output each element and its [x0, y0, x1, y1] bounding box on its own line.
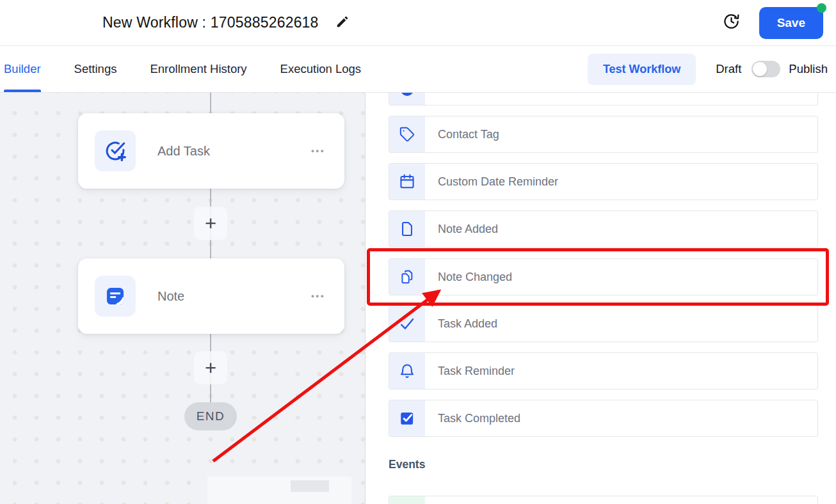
trigger-item-custom-date-reminder[interactable]: Custom Date Reminder: [389, 163, 818, 200]
node-add-task[interactable]: Add Task ●●●: [78, 113, 344, 189]
task-add-icon: [95, 130, 136, 171]
events-section-header: Events: [389, 458, 425, 471]
node-menu-button[interactable]: ●●●: [309, 290, 328, 302]
unsaved-changes-dot: [817, 3, 826, 13]
edit-title-button[interactable]: [335, 15, 350, 31]
publish-toggle[interactable]: [752, 61, 780, 77]
check-icon: [389, 306, 425, 342]
end-node: END: [184, 402, 237, 430]
save-button-label: Save: [777, 16, 805, 29]
trigger-item-note-changed[interactable]: Note Changed: [389, 258, 818, 295]
publish-label: Publish: [789, 62, 828, 76]
workflow-canvas: Add Task ●●● + Note ●●● + END: [0, 93, 366, 504]
save-button[interactable]: Save: [759, 7, 823, 39]
bell-icon: [389, 353, 425, 389]
node-menu-button[interactable]: ●●●: [309, 145, 328, 157]
trigger-icon-strip: [389, 93, 425, 105]
add-step-button-1[interactable]: +: [194, 207, 227, 240]
node-label: Note: [157, 289, 184, 304]
trigger-item-task-added[interactable]: Task Added: [389, 305, 818, 342]
toggle-knob: [753, 62, 767, 76]
main-area: Add Task ●●● + Note ●●● + END: [0, 93, 836, 504]
partial-blue-icon: [401, 93, 414, 96]
trigger-item-note-added[interactable]: Note Added: [389, 210, 818, 248]
history-clock-icon: [723, 13, 740, 33]
workflow-title: New Workflow : 1705885262618: [102, 14, 319, 31]
trigger-item-partial-top[interactable]: [389, 93, 818, 106]
copy-file-icon: [389, 259, 425, 295]
tab-enrollment-history[interactable]: Enrollment History: [150, 46, 246, 92]
trigger-item-task-reminder[interactable]: Task Reminder: [389, 352, 818, 390]
trigger-label: Contact Tag: [438, 128, 499, 141]
tag-icon: [389, 116, 425, 152]
calendar-icon: [389, 164, 425, 200]
node-note[interactable]: Note ●●●: [78, 258, 344, 334]
history-button[interactable]: [723, 13, 740, 33]
checkbox-checked-icon: [389, 400, 425, 436]
trigger-item-task-completed[interactable]: Task Completed: [389, 400, 818, 437]
canvas-bottom-panel: [207, 476, 351, 504]
test-workflow-button[interactable]: Test Workflow: [588, 54, 696, 85]
plus-icon: +: [205, 214, 216, 233]
trigger-label: Custom Date Reminder: [438, 175, 558, 189]
plus-icon: +: [205, 358, 216, 378]
tab-builder[interactable]: Builder: [4, 46, 41, 92]
tab-execution-logs[interactable]: Execution Logs: [280, 46, 362, 92]
trigger-icon-strip-green: [389, 496, 425, 504]
workflow-tabbar: Builder Settings Enrollment History Exec…: [0, 46, 836, 93]
trigger-label: Note Added: [438, 223, 498, 236]
trigger-item-contact-tag[interactable]: Contact Tag: [389, 116, 818, 153]
trigger-item-partial-bottom[interactable]: [389, 496, 818, 504]
app-header: New Workflow : 1705885262618 Save: [0, 0, 836, 46]
trigger-list-panel: Contact Tag Custom Date Reminder Note Ad…: [366, 93, 836, 504]
trigger-label: Task Added: [438, 317, 497, 331]
draft-label: Draft: [716, 62, 741, 76]
pencil-icon: [335, 15, 350, 31]
file-icon: [389, 211, 425, 247]
node-label: Add Task: [157, 144, 210, 159]
note-icon: [95, 276, 136, 317]
add-step-button-2[interactable]: +: [194, 351, 227, 384]
tab-settings[interactable]: Settings: [74, 46, 117, 92]
bottom-panel-placeholder: [291, 480, 329, 492]
trigger-label: Note Changed: [438, 271, 512, 284]
trigger-label: Task Completed: [438, 412, 520, 425]
trigger-label: Task Reminder: [438, 365, 515, 378]
